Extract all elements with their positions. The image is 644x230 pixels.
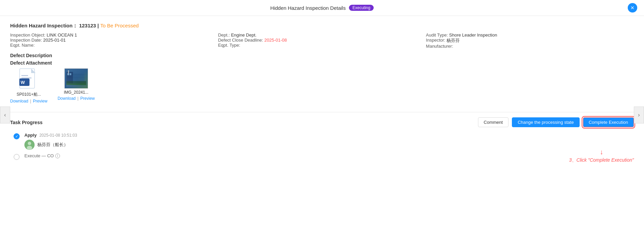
header-title: Hidden Hazard Inspection Details [270,5,346,11]
comment-button[interactable]: Comment [478,117,508,127]
svg-rect-3 [21,77,32,78]
user-name-apply: 杨芬芬（船长） [37,142,68,148]
timeline-dot-execute [14,154,20,160]
annotation: ↓ 3、Click "Complete Execution" [569,148,634,163]
avatar-apply [24,140,35,150]
value-inspector: 杨芬芬 [446,38,460,44]
timeline-item-execute: Execute — CO i [14,153,634,160]
timeline-item-apply: ✓ Apply 2025-01-08 10:51:03 [14,133,634,150]
value-dept: Engine Dept. [231,32,256,38]
attachment-image-download[interactable]: Download [58,96,76,101]
label-audit-type: Audit Type: [426,32,449,38]
attachment-word-download[interactable]: Download [10,99,28,104]
inspection-label: Hidden Hazard Inspection： [10,23,78,28]
info-row-dept: Dept.: Engine Dept. [218,32,426,38]
left-arrow-icon: ‹ [4,112,6,118]
timeline-dot-apply: ✓ [14,133,20,139]
svg-rect-2 [21,75,28,76]
svg-point-17 [28,142,31,145]
annotation-text: 3、Click "Complete Execution" [569,157,634,163]
info-column-right: Audit Type: Shore Leader Inspection Insp… [426,32,634,49]
status-badge: Executing [349,5,374,11]
task-progress-title: Task Progress [10,120,42,125]
timeline-step-apply: Apply 2025-01-08 10:51:03 [24,133,634,138]
value-object: LINK OCEAN 1 [47,32,77,38]
info-row-eqpt-name: Eqpt. Name: [10,43,218,48]
apply-label: Apply [24,133,37,138]
nav-arrow-left[interactable]: ‹ [0,107,10,123]
label-eqpt-name: Eqpt. Name: [10,43,36,48]
annotation-arrow: ↓ [569,148,634,156]
inspection-pipe: | [98,23,100,28]
value-deadline: 2025-01-08 [264,38,287,43]
info-row-manufacturer: Manufacturer: [426,44,634,49]
separator2: | [78,96,79,101]
bottom-section: Task Progress Comment Change the process… [0,117,644,170]
execute-label: Execute — CO [24,153,54,158]
label-manufacturer: Manufacturer: [426,44,454,49]
info-row-deadline: Defect Close Deadline: 2025-01-08 [218,38,426,43]
defect-attachment-title: Defect Attachment [10,60,634,66]
svg-rect-10 [68,70,69,75]
info-column-left: Inspection Object: LINK OCEAN 1 Inspecti… [10,32,218,49]
inspection-title: Hidden Hazard Inspection： 123123 | To Be… [10,23,634,29]
change-state-button[interactable]: Change the processing state [512,117,580,127]
timeline-user-apply: 杨芬芬（船长） [24,140,634,150]
nav-arrow-right[interactable]: › [634,107,644,123]
info-row-inspector: Inspector: 杨芬芬 [426,38,634,44]
bottom-header: Task Progress Comment Change the process… [10,117,634,127]
label-dept: Dept.: [218,32,231,38]
svg-rect-11 [73,73,84,82]
timeline-content-execute: Execute — CO i [24,153,634,158]
svg-rect-13 [69,73,71,75]
separator1: | [30,99,31,104]
label-object: Inspection Object: [10,32,47,38]
attachment-image: IMG_20241... Download | Preview [58,68,95,101]
bottom-actions: Comment Change the processing state Comp… [478,117,634,127]
header: Hidden Hazard Inspection Details Executi… [0,0,644,16]
content-area: Hidden Hazard Inspection： 123123 | To Be… [0,16,644,107]
image-thumbnail [64,68,88,89]
info-row-audit-type: Audit Type: Shore Leader Inspection [426,32,634,38]
inspection-status: To Be Processed [100,23,139,28]
step-label-execute: Execute — CO i [24,153,634,158]
word-icon: W [19,68,38,90]
svg-point-18 [27,146,32,150]
label-inspector: Inspector: [426,38,446,43]
close-button[interactable]: ✕ [628,3,637,13]
info-grid: Inspection Object: LINK OCEAN 1 Inspecti… [10,32,634,49]
svg-rect-12 [67,73,69,75]
timeline: ✓ Apply 2025-01-08 10:51:03 [10,133,634,160]
attachment-image-name: IMG_20241... [64,90,88,95]
value-audit-type: Shore Leader Inspection [449,32,497,38]
attachment-word-links: Download | Preview [10,99,47,104]
divider [0,112,644,112]
label-date: Inspection Date: [10,38,43,43]
defect-description-title: Defect Description [10,53,634,58]
avatar-inner-apply [24,140,35,150]
info-icon[interactable]: i [55,154,60,158]
svg-text:W: W [21,80,25,85]
svg-rect-15 [66,84,86,85]
inspection-id: 123123 [79,23,96,28]
svg-rect-14 [66,81,86,85]
attachment-word: W SP0101+船... Download | Preview [10,68,47,104]
info-row-date: Inspection Date: 2025-01-01 [10,38,218,43]
attachment-image-preview[interactable]: Preview [80,96,95,101]
info-row-eqpt-type: Eqpt. Type: [218,43,426,48]
attachment-image-links: Download | Preview [58,96,95,101]
label-eqpt-type: Eqpt. Type: [218,43,242,48]
label-deadline: Defect Close Deadline: [218,38,265,43]
info-column-middle: Dept.: Engine Dept. Defect Close Deadlin… [218,32,426,49]
svg-rect-9 [66,72,73,84]
attachments-row: W SP0101+船... Download | Preview [10,68,634,104]
info-row-object: Inspection Object: LINK OCEAN 1 [10,32,218,38]
timeline-content-apply: Apply 2025-01-08 10:51:03 杨芬芬（船长） [24,133,634,150]
complete-execution-button[interactable]: Complete Execution [583,117,634,127]
right-arrow-icon: › [638,112,640,118]
apply-time: 2025-01-08 10:51:03 [39,133,77,138]
attachment-word-name: SP0101+船... [17,92,41,97]
value-date: 2025-01-01 [43,38,66,43]
attachment-word-preview[interactable]: Preview [33,99,47,104]
